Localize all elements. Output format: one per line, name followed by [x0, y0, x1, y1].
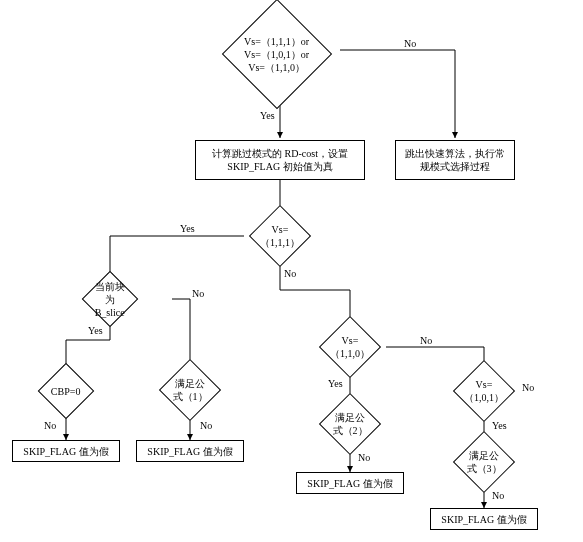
- decision-bslice-text: 当前块为 B_slice: [91, 278, 129, 321]
- edge-label-bslice-no: No: [192, 288, 204, 299]
- decision-vs-101: Vs=（1,0,1）: [453, 360, 515, 422]
- edge-label-vs101-no: No: [522, 382, 534, 393]
- edge-label-bslice-yes: Yes: [88, 325, 103, 336]
- edge-label-f1-no: No: [200, 420, 212, 431]
- decision-formula-2: 满足公式（2）: [319, 393, 381, 455]
- edge-label-vs110-yes: Yes: [328, 378, 343, 389]
- decision-vs-options: Vs=（1,1,1）or Vs=（1,0,1）or Vs=（1,1,0）: [222, 0, 332, 109]
- edge-label-top-no: No: [404, 38, 416, 49]
- decision-vs-101-text: Vs=（1,0,1）: [462, 376, 506, 406]
- result-skip-false-1-text: SKIP_FLAG 值为假: [23, 445, 108, 458]
- edge-label-cbp-no: No: [44, 420, 56, 431]
- edge-label-top-yes: Yes: [260, 110, 275, 121]
- result-skip-false-3: SKIP_FLAG 值为假: [296, 472, 404, 494]
- result-skip-false-4-text: SKIP_FLAG 值为假: [441, 513, 526, 526]
- decision-vs-110-text: Vs=（1,1,0）: [328, 332, 372, 362]
- result-skip-false-2: SKIP_FLAG 值为假: [136, 440, 244, 462]
- process-exit-fast-text: 跳出快速算法，执行常 规模式选择过程: [405, 147, 505, 173]
- process-exit-fast: 跳出快速算法，执行常 规模式选择过程: [395, 140, 515, 180]
- result-skip-false-1: SKIP_FLAG 值为假: [12, 440, 120, 462]
- decision-formula-1-text: 满足公式（1）: [169, 375, 211, 405]
- result-skip-false-2-text: SKIP_FLAG 值为假: [147, 445, 232, 458]
- edge-label-vs111-no: No: [284, 268, 296, 279]
- process-calc-rdcost: 计算跳过模式的 RD-cost，设置 SKIP_FLAG 初始值为真: [195, 140, 365, 180]
- process-calc-rdcost-text: 计算跳过模式的 RD-cost，设置 SKIP_FLAG 初始值为真: [212, 147, 348, 173]
- decision-cbp: CBP=0: [38, 363, 95, 420]
- decision-vs-111-text: Vs=（1,1,1）: [258, 221, 302, 251]
- decision-cbp-text: CBP=0: [47, 383, 85, 400]
- decision-vs-110: Vs=（1,1,0）: [319, 316, 381, 378]
- decision-formula-3-text: 满足公式（3）: [463, 447, 505, 477]
- decision-vs-options-text: Vs=（1,1,1）or Vs=（1,0,1）or Vs=（1,1,0）: [239, 33, 315, 76]
- edge-label-vs101-yes: Yes: [492, 420, 507, 431]
- decision-formula-2-text: 满足公式（2）: [329, 409, 371, 439]
- edge-label-vs111-yes: Yes: [180, 223, 195, 234]
- decision-vs-111: Vs=（1,1,1）: [249, 205, 311, 267]
- edge-label-f3-no: No: [492, 490, 504, 501]
- decision-formula-3: 满足公式（3）: [453, 431, 515, 493]
- result-skip-false-4: SKIP_FLAG 值为假: [430, 508, 538, 530]
- edge-label-f2-no: No: [358, 452, 370, 463]
- result-skip-false-3-text: SKIP_FLAG 值为假: [307, 477, 392, 490]
- decision-formula-1: 满足公式（1）: [159, 359, 221, 421]
- decision-bslice: 当前块为 B_slice: [82, 271, 139, 328]
- edge-label-vs110-no: No: [420, 335, 432, 346]
